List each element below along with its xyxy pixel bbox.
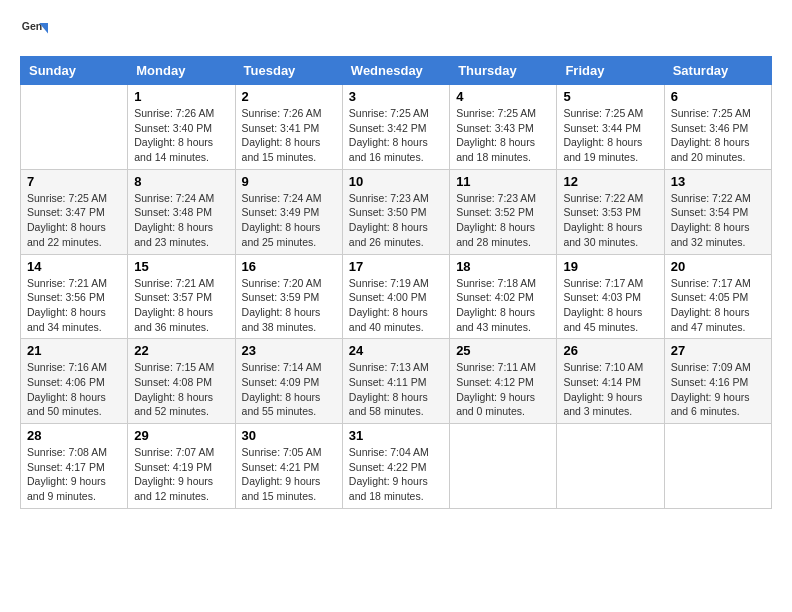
calendar-cell (450, 424, 557, 509)
calendar-cell: 4 Sunrise: 7:25 AM Sunset: 3:43 PM Dayli… (450, 85, 557, 170)
weekday-header-tuesday: Tuesday (235, 57, 342, 85)
header: Gen (20, 16, 772, 44)
weekday-header-friday: Friday (557, 57, 664, 85)
calendar-cell: 20 Sunrise: 7:17 AM Sunset: 4:05 PM Dayl… (664, 254, 771, 339)
day-info: Sunrise: 7:24 AM Sunset: 3:48 PM Dayligh… (134, 191, 228, 250)
day-number: 11 (456, 174, 550, 189)
day-info: Sunrise: 7:10 AM Sunset: 4:14 PM Dayligh… (563, 360, 657, 419)
day-number: 21 (27, 343, 121, 358)
sunrise-text: Sunrise: 7:10 AM (563, 361, 643, 373)
daylight-text: Daylight: 9 hours and 18 minutes. (349, 475, 428, 502)
daylight-text: Daylight: 9 hours and 6 minutes. (671, 391, 750, 418)
calendar-cell: 31 Sunrise: 7:04 AM Sunset: 4:22 PM Dayl… (342, 424, 449, 509)
sunset-text: Sunset: 3:48 PM (134, 206, 212, 218)
daylight-text: Daylight: 8 hours and 16 minutes. (349, 136, 428, 163)
sunset-text: Sunset: 4:02 PM (456, 291, 534, 303)
sunset-text: Sunset: 4:03 PM (563, 291, 641, 303)
day-info: Sunrise: 7:04 AM Sunset: 4:22 PM Dayligh… (349, 445, 443, 504)
svg-text:Gen: Gen (22, 20, 42, 32)
calendar-week-row: 7 Sunrise: 7:25 AM Sunset: 3:47 PM Dayli… (21, 169, 772, 254)
calendar-cell (557, 424, 664, 509)
day-info: Sunrise: 7:23 AM Sunset: 3:50 PM Dayligh… (349, 191, 443, 250)
day-info: Sunrise: 7:20 AM Sunset: 3:59 PM Dayligh… (242, 276, 336, 335)
sunset-text: Sunset: 3:56 PM (27, 291, 105, 303)
day-info: Sunrise: 7:13 AM Sunset: 4:11 PM Dayligh… (349, 360, 443, 419)
calendar-cell: 26 Sunrise: 7:10 AM Sunset: 4:14 PM Dayl… (557, 339, 664, 424)
day-info: Sunrise: 7:26 AM Sunset: 3:41 PM Dayligh… (242, 106, 336, 165)
daylight-text: Daylight: 8 hours and 30 minutes. (563, 221, 642, 248)
daylight-text: Daylight: 9 hours and 12 minutes. (134, 475, 213, 502)
day-info: Sunrise: 7:25 AM Sunset: 3:47 PM Dayligh… (27, 191, 121, 250)
day-number: 13 (671, 174, 765, 189)
calendar-cell: 19 Sunrise: 7:17 AM Sunset: 4:03 PM Dayl… (557, 254, 664, 339)
weekday-header-monday: Monday (128, 57, 235, 85)
sunset-text: Sunset: 3:47 PM (27, 206, 105, 218)
sunset-text: Sunset: 4:08 PM (134, 376, 212, 388)
calendar-cell: 9 Sunrise: 7:24 AM Sunset: 3:49 PM Dayli… (235, 169, 342, 254)
calendar-week-row: 1 Sunrise: 7:26 AM Sunset: 3:40 PM Dayli… (21, 85, 772, 170)
day-info: Sunrise: 7:22 AM Sunset: 3:54 PM Dayligh… (671, 191, 765, 250)
calendar-cell: 3 Sunrise: 7:25 AM Sunset: 3:42 PM Dayli… (342, 85, 449, 170)
logo-icon: Gen (20, 16, 48, 44)
day-info: Sunrise: 7:19 AM Sunset: 4:00 PM Dayligh… (349, 276, 443, 335)
calendar-week-row: 21 Sunrise: 7:16 AM Sunset: 4:06 PM Dayl… (21, 339, 772, 424)
day-info: Sunrise: 7:25 AM Sunset: 3:42 PM Dayligh… (349, 106, 443, 165)
day-number: 28 (27, 428, 121, 443)
daylight-text: Daylight: 8 hours and 32 minutes. (671, 221, 750, 248)
calendar-cell: 30 Sunrise: 7:05 AM Sunset: 4:21 PM Dayl… (235, 424, 342, 509)
calendar-cell: 12 Sunrise: 7:22 AM Sunset: 3:53 PM Dayl… (557, 169, 664, 254)
day-number: 27 (671, 343, 765, 358)
daylight-text: Daylight: 8 hours and 23 minutes. (134, 221, 213, 248)
daylight-text: Daylight: 8 hours and 25 minutes. (242, 221, 321, 248)
sunrise-text: Sunrise: 7:26 AM (134, 107, 214, 119)
day-number: 17 (349, 259, 443, 274)
daylight-text: Daylight: 8 hours and 14 minutes. (134, 136, 213, 163)
weekday-header-thursday: Thursday (450, 57, 557, 85)
sunrise-text: Sunrise: 7:25 AM (671, 107, 751, 119)
sunset-text: Sunset: 4:00 PM (349, 291, 427, 303)
sunrise-text: Sunrise: 7:08 AM (27, 446, 107, 458)
sunrise-text: Sunrise: 7:18 AM (456, 277, 536, 289)
sunset-text: Sunset: 4:11 PM (349, 376, 427, 388)
day-number: 23 (242, 343, 336, 358)
weekday-header-row: SundayMondayTuesdayWednesdayThursdayFrid… (21, 57, 772, 85)
sunrise-text: Sunrise: 7:23 AM (456, 192, 536, 204)
sunrise-text: Sunrise: 7:26 AM (242, 107, 322, 119)
calendar-cell: 7 Sunrise: 7:25 AM Sunset: 3:47 PM Dayli… (21, 169, 128, 254)
day-info: Sunrise: 7:26 AM Sunset: 3:40 PM Dayligh… (134, 106, 228, 165)
calendar-cell: 29 Sunrise: 7:07 AM Sunset: 4:19 PM Dayl… (128, 424, 235, 509)
daylight-text: Daylight: 8 hours and 18 minutes. (456, 136, 535, 163)
sunrise-text: Sunrise: 7:07 AM (134, 446, 214, 458)
daylight-text: Daylight: 8 hours and 40 minutes. (349, 306, 428, 333)
day-info: Sunrise: 7:11 AM Sunset: 4:12 PM Dayligh… (456, 360, 550, 419)
daylight-text: Daylight: 9 hours and 0 minutes. (456, 391, 535, 418)
day-number: 26 (563, 343, 657, 358)
daylight-text: Daylight: 8 hours and 47 minutes. (671, 306, 750, 333)
day-number: 24 (349, 343, 443, 358)
day-info: Sunrise: 7:18 AM Sunset: 4:02 PM Dayligh… (456, 276, 550, 335)
day-info: Sunrise: 7:21 AM Sunset: 3:57 PM Dayligh… (134, 276, 228, 335)
sunset-text: Sunset: 4:05 PM (671, 291, 749, 303)
calendar-cell: 22 Sunrise: 7:15 AM Sunset: 4:08 PM Dayl… (128, 339, 235, 424)
sunset-text: Sunset: 3:42 PM (349, 122, 427, 134)
sunrise-text: Sunrise: 7:15 AM (134, 361, 214, 373)
sunrise-text: Sunrise: 7:22 AM (563, 192, 643, 204)
calendar-cell: 23 Sunrise: 7:14 AM Sunset: 4:09 PM Dayl… (235, 339, 342, 424)
sunset-text: Sunset: 3:44 PM (563, 122, 641, 134)
calendar-cell: 6 Sunrise: 7:25 AM Sunset: 3:46 PM Dayli… (664, 85, 771, 170)
daylight-text: Daylight: 8 hours and 36 minutes. (134, 306, 213, 333)
sunset-text: Sunset: 3:49 PM (242, 206, 320, 218)
daylight-text: Daylight: 8 hours and 28 minutes. (456, 221, 535, 248)
day-info: Sunrise: 7:09 AM Sunset: 4:16 PM Dayligh… (671, 360, 765, 419)
daylight-text: Daylight: 8 hours and 52 minutes. (134, 391, 213, 418)
day-info: Sunrise: 7:25 AM Sunset: 3:44 PM Dayligh… (563, 106, 657, 165)
calendar-cell: 16 Sunrise: 7:20 AM Sunset: 3:59 PM Dayl… (235, 254, 342, 339)
sunset-text: Sunset: 3:46 PM (671, 122, 749, 134)
sunset-text: Sunset: 3:43 PM (456, 122, 534, 134)
sunset-text: Sunset: 3:50 PM (349, 206, 427, 218)
daylight-text: Daylight: 8 hours and 26 minutes. (349, 221, 428, 248)
day-info: Sunrise: 7:15 AM Sunset: 4:08 PM Dayligh… (134, 360, 228, 419)
weekday-header-saturday: Saturday (664, 57, 771, 85)
calendar-cell: 1 Sunrise: 7:26 AM Sunset: 3:40 PM Dayli… (128, 85, 235, 170)
calendar-cell: 27 Sunrise: 7:09 AM Sunset: 4:16 PM Dayl… (664, 339, 771, 424)
